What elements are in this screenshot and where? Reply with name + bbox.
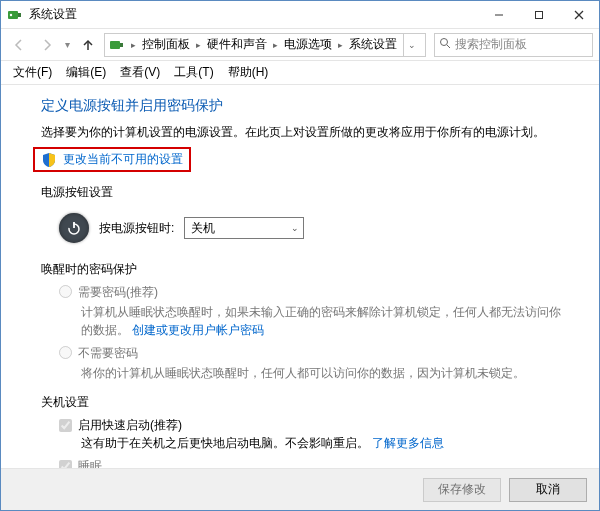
shutdown-options: 启用快速启动(推荐) 这有助于在关机之后更快地启动电脑。不会影响重启。 了解更多… bbox=[59, 417, 569, 468]
checkbox-fast-startup-input bbox=[59, 419, 72, 432]
chevron-right-icon: ▸ bbox=[336, 40, 345, 50]
button-bar: 保存修改 取消 bbox=[1, 468, 599, 510]
nav-row: ▾ ▸ 控制面板 ▸ 硬件和声音 ▸ 电源选项 ▸ 系统设置 ⌄ 搜索控制面板 bbox=[1, 29, 599, 61]
highlight-box: 更改当前不可用的设置 bbox=[33, 147, 191, 172]
search-placeholder: 搜索控制面板 bbox=[455, 36, 527, 53]
radio-need-password-input bbox=[59, 285, 72, 298]
svg-point-10 bbox=[440, 39, 447, 46]
breadcrumb-seg-0[interactable]: 控制面板 bbox=[140, 36, 192, 53]
section-shutdown: 关机设置 bbox=[41, 394, 569, 411]
content-area: 定义电源按钮并启用密码保护 选择要为你的计算机设置的电源设置。在此页上对设置所做… bbox=[1, 85, 599, 468]
search-input[interactable]: 搜索控制面板 bbox=[434, 33, 593, 57]
breadcrumb-seg-2[interactable]: 电源选项 bbox=[282, 36, 334, 53]
checkbox-sleep-label: 睡眠 bbox=[78, 458, 102, 468]
minimize-button[interactable] bbox=[479, 1, 519, 28]
svg-rect-0 bbox=[8, 11, 18, 19]
power-button-value: 关机 bbox=[191, 220, 215, 237]
menubar: 文件(F) 编辑(E) 查看(V) 工具(T) 帮助(H) bbox=[1, 61, 599, 85]
menu-file[interactable]: 文件(F) bbox=[7, 62, 58, 83]
checkbox-fast-startup[interactable]: 启用快速启动(推荐) bbox=[59, 417, 569, 434]
shield-icon bbox=[41, 152, 57, 168]
radio-need-password-desc: 计算机从睡眠状态唤醒时，如果未输入正确的密码来解除计算机锁定，任何人都无法访问你… bbox=[81, 303, 569, 339]
app-icon bbox=[7, 7, 23, 23]
learn-more-link[interactable]: 了解更多信息 bbox=[372, 436, 444, 450]
svg-rect-8 bbox=[110, 41, 120, 49]
chevron-right-icon: ▸ bbox=[271, 40, 280, 50]
svg-rect-9 bbox=[120, 43, 123, 47]
search-icon bbox=[439, 37, 451, 52]
menu-help[interactable]: 帮助(H) bbox=[222, 62, 275, 83]
breadcrumb-seg-1[interactable]: 硬件和声音 bbox=[205, 36, 269, 53]
radio-need-password-label: 需要密码(推荐) bbox=[78, 284, 158, 301]
menu-tools[interactable]: 工具(T) bbox=[168, 62, 219, 83]
breadcrumb-seg-3[interactable]: 系统设置 bbox=[347, 36, 399, 53]
window-title: 系统设置 bbox=[29, 6, 479, 23]
window-buttons bbox=[479, 1, 599, 28]
breadcrumb[interactable]: ▸ 控制面板 ▸ 硬件和声音 ▸ 电源选项 ▸ 系统设置 ⌄ bbox=[104, 33, 426, 57]
power-button-row: 按电源按钮时: 关机 ⌄ bbox=[59, 207, 569, 249]
checkbox-fast-startup-label: 启用快速启动(推荐) bbox=[78, 417, 182, 434]
window-root: 系统设置 ▾ ▸ 控制面板 ▸ 硬件和声音 ▸ 电源选项 ▸ 系统设置 ⌄ 搜索… bbox=[0, 0, 600, 511]
page-description: 选择要为你的计算机设置的电源设置。在此页上对设置所做的更改将应用于你所有的电源计… bbox=[41, 123, 569, 141]
close-button[interactable] bbox=[559, 1, 599, 28]
history-chevron-icon[interactable]: ▾ bbox=[63, 39, 72, 50]
checkbox-fast-startup-desc: 这有助于在关机之后更快地启动电脑。不会影响重启。 了解更多信息 bbox=[81, 434, 569, 452]
create-change-password-link[interactable]: 创建或更改用户帐户密码 bbox=[132, 323, 264, 337]
page-heading: 定义电源按钮并启用密码保护 bbox=[41, 97, 569, 115]
cancel-button-label: 取消 bbox=[536, 481, 560, 498]
change-settings-row: 更改当前不可用的设置 bbox=[41, 147, 569, 172]
maximize-button[interactable] bbox=[519, 1, 559, 28]
chevron-right-icon: ▸ bbox=[194, 40, 203, 50]
forward-button[interactable] bbox=[35, 33, 59, 57]
change-unavailable-link[interactable]: 更改当前不可用的设置 bbox=[63, 151, 183, 168]
checkbox-sleep-input bbox=[59, 460, 72, 468]
save-button-label: 保存修改 bbox=[438, 481, 486, 498]
wake-options: 需要密码(推荐) 计算机从睡眠状态唤醒时，如果未输入正确的密码来解除计算机锁定，… bbox=[59, 284, 569, 382]
breadcrumb-icon bbox=[109, 37, 125, 53]
power-button-select[interactable]: 关机 ⌄ bbox=[184, 217, 304, 239]
menu-edit[interactable]: 编辑(E) bbox=[60, 62, 112, 83]
chevron-right-icon: ▸ bbox=[129, 40, 138, 50]
checkbox-sleep[interactable]: 睡眠 bbox=[59, 458, 569, 468]
radio-no-password[interactable]: 不需要密码 bbox=[59, 345, 569, 362]
up-button[interactable] bbox=[76, 33, 100, 57]
save-button[interactable]: 保存修改 bbox=[423, 478, 501, 502]
power-icon bbox=[59, 213, 89, 243]
svg-line-11 bbox=[447, 45, 450, 48]
svg-point-2 bbox=[10, 13, 12, 15]
svg-rect-1 bbox=[18, 13, 21, 17]
radio-need-password[interactable]: 需要密码(推荐) bbox=[59, 284, 569, 301]
svg-rect-4 bbox=[536, 11, 543, 18]
chevron-down-icon: ⌄ bbox=[291, 223, 299, 233]
titlebar: 系统设置 bbox=[1, 1, 599, 29]
breadcrumb-dropdown[interactable]: ⌄ bbox=[403, 34, 421, 56]
checkbox-fast-startup-desc-text: 这有助于在关机之后更快地启动电脑。不会影响重启。 bbox=[81, 436, 369, 450]
section-power-button: 电源按钮设置 bbox=[41, 184, 569, 201]
menu-view[interactable]: 查看(V) bbox=[114, 62, 166, 83]
power-button-label: 按电源按钮时: bbox=[99, 220, 174, 237]
radio-no-password-label: 不需要密码 bbox=[78, 345, 138, 362]
cancel-button[interactable]: 取消 bbox=[509, 478, 587, 502]
back-button[interactable] bbox=[7, 33, 31, 57]
radio-no-password-input bbox=[59, 346, 72, 359]
section-wake: 唤醒时的密码保护 bbox=[41, 261, 569, 278]
radio-no-password-desc: 将你的计算机从睡眠状态唤醒时，任何人都可以访问你的数据，因为计算机未锁定。 bbox=[81, 364, 569, 382]
